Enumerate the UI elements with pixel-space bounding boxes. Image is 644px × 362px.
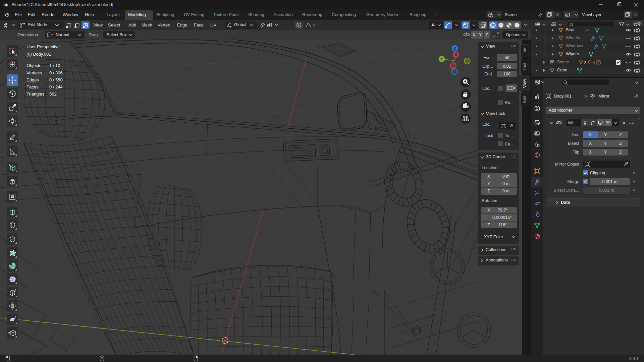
svg-text:X: X — [454, 53, 457, 57]
svg-text:Z: Z — [454, 46, 456, 50]
svg-text:Y: Y — [440, 57, 443, 61]
